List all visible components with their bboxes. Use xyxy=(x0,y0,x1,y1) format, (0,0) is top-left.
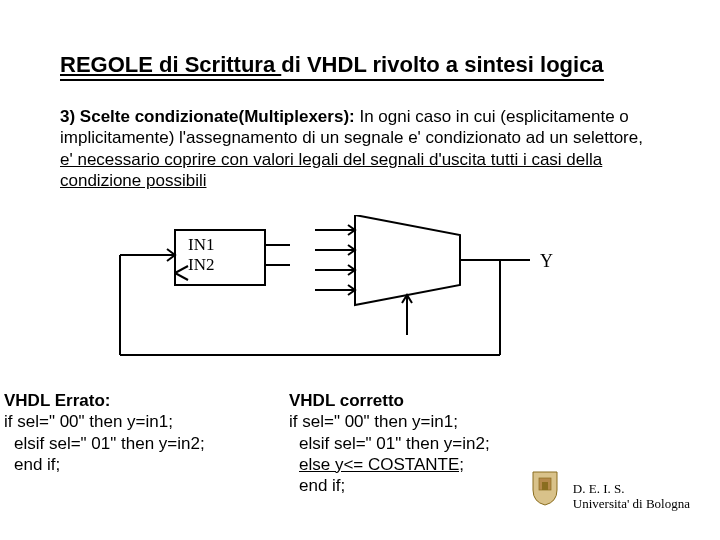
svg-line-2 xyxy=(175,273,188,280)
svg-line-1 xyxy=(175,266,188,273)
title-underlined: REGOLE di Scrittura xyxy=(60,52,281,77)
footer-line1: D. E. I. S. xyxy=(573,481,690,497)
label-in1: IN1 xyxy=(188,235,214,254)
label-y: Y xyxy=(540,251,553,271)
wrong-line1: if sel=" 00" then y=in1; xyxy=(4,412,173,431)
footer: D. E. I. S. Universita' di Bologna xyxy=(573,481,690,512)
svg-rect-17 xyxy=(542,482,548,490)
wrong-header: VHDL Errato: xyxy=(4,391,110,410)
paragraph-underlined: e' necessario coprire con valori legali … xyxy=(60,150,602,190)
code-wrong: VHDL Errato: if sel=" 00" then y=in1; el… xyxy=(0,390,289,496)
wrong-line3: end if; xyxy=(4,454,289,475)
body-paragraph: 3) Scelte condizionate(Multiplexers): In… xyxy=(60,106,660,191)
label-in2: IN2 xyxy=(188,255,214,274)
correct-header: VHDL corretto xyxy=(289,391,404,410)
svg-marker-9 xyxy=(355,215,460,305)
wrong-line2: elsif sel=" 01" then y=in2; xyxy=(4,433,289,454)
paragraph-lead: 3) Scelte condizionate(Multiplexers): xyxy=(60,107,355,126)
correct-line2: elsif sel=" 01" then y=in2; xyxy=(289,433,589,454)
correct-line1: if sel=" 00" then y=in1; xyxy=(289,412,458,431)
slide-title: REGOLE di Scrittura di VHDL rivolto a si… xyxy=(60,52,604,81)
footer-line2: Universita' di Bologna xyxy=(573,496,690,512)
university-crest-icon xyxy=(530,470,560,506)
title-rest: di VHDL rivolto a sintesi logica xyxy=(281,52,603,77)
mux-diagram: IN1 IN2 Y xyxy=(60,215,580,375)
